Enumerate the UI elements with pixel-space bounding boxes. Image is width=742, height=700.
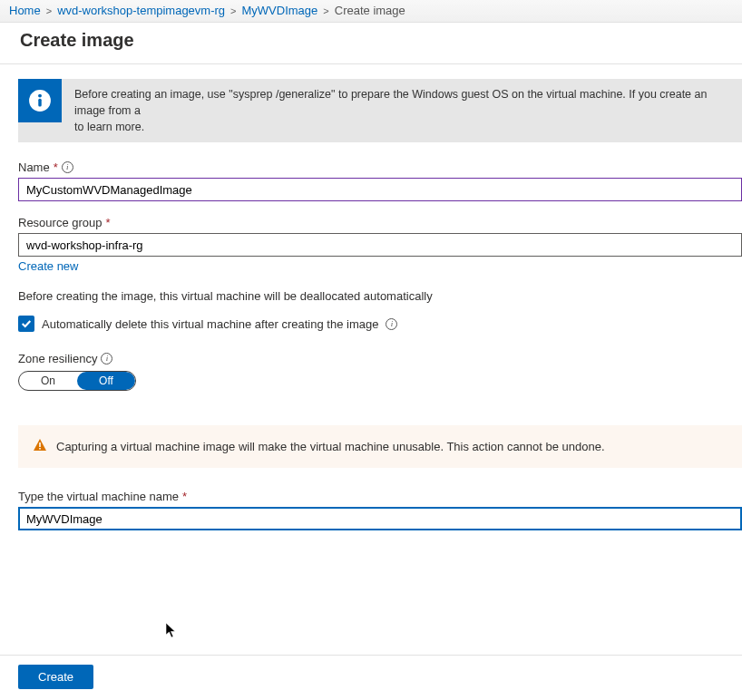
info-banner-text: Before creating an image, use "sysprep /… (62, 79, 742, 142)
svg-rect-3 (39, 442, 41, 447)
cursor-icon (165, 622, 178, 638)
vm-name-input[interactable] (18, 507, 742, 530)
warning-text: Capturing a virtual machine image will m… (56, 440, 605, 453)
warning-banner: Capturing a virtual machine image will m… (18, 425, 742, 468)
required-asterisk: * (54, 160, 58, 174)
create-new-link[interactable]: Create new (18, 259, 78, 273)
svg-rect-4 (39, 448, 41, 450)
resource-group-input[interactable] (18, 233, 742, 257)
footer: Create (0, 655, 742, 700)
breadcrumb-bar: Home > wvd-workshop-tempimagevm-rg > MyW… (0, 0, 742, 23)
info-icon[interactable]: i (101, 353, 112, 365)
info-icon[interactable]: i (386, 318, 397, 330)
auto-delete-checkbox[interactable] (18, 316, 34, 332)
breadcrumb-current: Create image (335, 4, 405, 17)
name-label: Name * i (18, 160, 742, 174)
warning-icon (33, 438, 47, 455)
dealloc-note: Before creating the image, this virtual … (18, 289, 742, 303)
toggle-off[interactable]: Off (77, 372, 135, 390)
name-input[interactable] (18, 178, 742, 201)
chevron-right-icon: > (323, 5, 328, 16)
breadcrumb-rg[interactable]: wvd-workshop-tempimagevm-rg (57, 4, 225, 17)
page-title: Create image (0, 23, 742, 63)
required-asterisk: * (182, 490, 187, 503)
zone-resiliency-label: Zone resiliency i (18, 352, 742, 365)
chevron-right-icon: > (46, 5, 52, 16)
breadcrumb-vm[interactable]: MyWVDImage (242, 4, 318, 17)
create-button[interactable]: Create (18, 665, 93, 689)
info-icon (18, 79, 62, 122)
info-icon[interactable]: i (62, 161, 73, 173)
resource-group-label: Resource group * (18, 216, 742, 229)
zone-resiliency-toggle[interactable]: On Off (18, 371, 136, 391)
auto-delete-label: Automatically delete this virtual machin… (42, 317, 378, 331)
svg-point-1 (38, 94, 42, 98)
required-asterisk: * (106, 216, 111, 229)
toggle-on[interactable]: On (19, 372, 77, 390)
info-banner: Before creating an image, use "sysprep /… (18, 79, 742, 142)
svg-rect-2 (38, 99, 41, 107)
vm-name-label: Type the virtual machine name * (18, 490, 742, 503)
breadcrumb: Home > wvd-workshop-tempimagevm-rg > MyW… (9, 4, 733, 17)
chevron-right-icon: > (230, 5, 236, 16)
breadcrumb-home[interactable]: Home (9, 4, 41, 17)
